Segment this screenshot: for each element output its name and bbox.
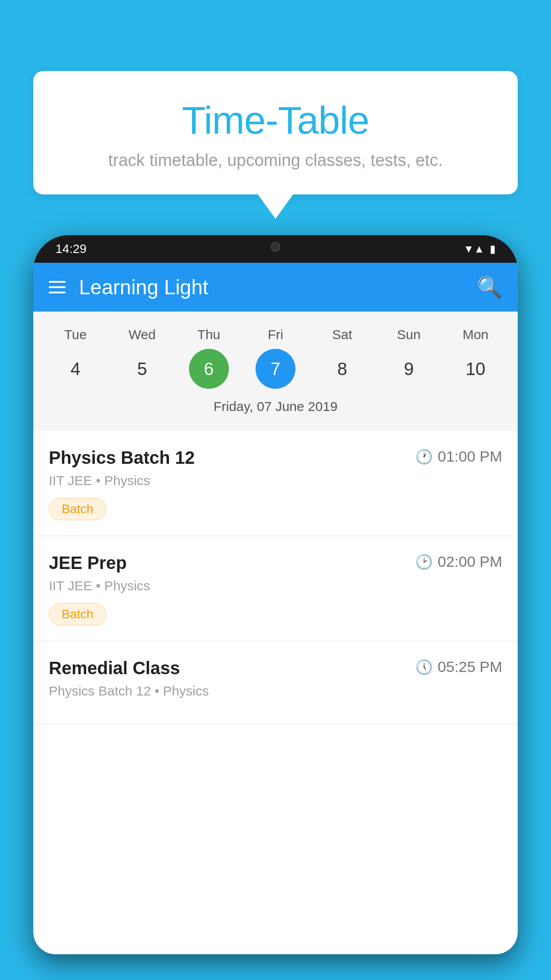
schedule-time-1: 🕐 01:00 PM (415, 448, 502, 465)
battery-icon: ▮ (490, 243, 496, 255)
date-9[interactable]: 9 (389, 349, 429, 389)
calendar-dates: 4 5 6 7 8 9 10 (33, 344, 518, 395)
schedule-time-2: 🕑 02:00 PM (415, 553, 502, 570)
hamburger-menu-button[interactable] (49, 281, 66, 293)
day-thu: Thu (180, 327, 238, 342)
schedule-item-header-2: JEE Prep 🕑 02:00 PM (49, 553, 502, 573)
day-wed: Wed (113, 327, 171, 342)
batch-badge-2: Batch (49, 603, 106, 625)
speech-bubble: Time-Table track timetable, upcoming cla… (33, 71, 518, 194)
status-bar: 14:29 ▼▲ ▮ (33, 235, 518, 263)
app-bar-left: Learning Light (49, 275, 209, 299)
schedule-item-header-3: Remedial Class 🕔 05:25 PM (49, 658, 502, 678)
day-tue: Tue (47, 327, 104, 342)
schedule-item-jee-prep[interactable]: JEE Prep 🕑 02:00 PM IIT JEE • Physics Ba… (33, 536, 518, 641)
schedule-subtitle-1: IIT JEE • Physics (49, 473, 502, 488)
calendar-days-header: Tue Wed Thu Fri Sat Sun Mon (33, 320, 518, 344)
schedule-subtitle-3: Physics Batch 12 • Physics (49, 684, 502, 699)
clock-icon-2: 🕑 (415, 553, 433, 570)
day-mon: Mon (447, 327, 504, 342)
schedule-item-physics-batch[interactable]: Physics Batch 12 🕐 01:00 PM IIT JEE • Ph… (33, 431, 518, 536)
date-10[interactable]: 10 (456, 349, 496, 389)
day-fri: Fri (247, 327, 304, 342)
batch-badge-1: Batch (49, 498, 106, 520)
schedule-title-1: Physics Batch 12 (49, 448, 195, 468)
search-icon[interactable]: 🔍 (477, 275, 502, 299)
schedule-title-3: Remedial Class (49, 658, 180, 678)
phone-time: 14:29 (55, 242, 87, 256)
schedule-title-2: JEE Prep (49, 553, 127, 573)
front-camera (271, 242, 280, 252)
status-icons: ▼▲ ▮ (463, 243, 496, 255)
bubble-title: Time-Table (55, 98, 496, 143)
app-bar: Learning Light 🔍 (33, 263, 518, 312)
time-value-1: 01:00 PM (437, 448, 502, 465)
day-sat: Sat (313, 327, 371, 342)
clock-icon-3: 🕔 (415, 659, 433, 676)
phone-screen: Learning Light 🔍 Tue Wed Thu Fri Sat Sun… (33, 263, 518, 954)
schedule-time-3: 🕔 05:25 PM (415, 658, 502, 676)
app-title: Learning Light (79, 275, 209, 299)
wifi-icon: ▼▲ (463, 243, 484, 255)
date-7-selected[interactable]: 7 (256, 349, 295, 389)
phone-notch (240, 235, 311, 258)
day-sun: Sun (380, 327, 438, 342)
time-value-3: 05:25 PM (437, 658, 502, 676)
bubble-subtitle: track timetable, upcoming classes, tests… (55, 151, 496, 170)
time-value-2: 02:00 PM (437, 553, 502, 570)
speech-bubble-container: Time-Table track timetable, upcoming cla… (33, 71, 518, 194)
schedule-subtitle-2: IIT JEE • Physics (49, 578, 502, 593)
date-5[interactable]: 5 (122, 349, 162, 389)
schedule-list: Physics Batch 12 🕐 01:00 PM IIT JEE • Ph… (33, 431, 518, 954)
clock-icon-1: 🕐 (415, 448, 433, 465)
phone-wrapper: 14:29 ▼▲ ▮ Learning Light (33, 235, 518, 980)
date-6-today[interactable]: 6 (189, 349, 229, 389)
date-4[interactable]: 4 (55, 349, 95, 389)
selected-date-label: Friday, 07 June 2019 (33, 395, 518, 422)
calendar-section: Tue Wed Thu Fri Sat Sun Mon 4 5 6 7 8 9 … (33, 312, 518, 431)
schedule-item-remedial[interactable]: Remedial Class 🕔 05:25 PM Physics Batch … (33, 641, 518, 724)
phone-frame: 14:29 ▼▲ ▮ Learning Light (33, 235, 518, 954)
schedule-item-header: Physics Batch 12 🕐 01:00 PM (49, 448, 502, 468)
date-8[interactable]: 8 (322, 349, 362, 389)
